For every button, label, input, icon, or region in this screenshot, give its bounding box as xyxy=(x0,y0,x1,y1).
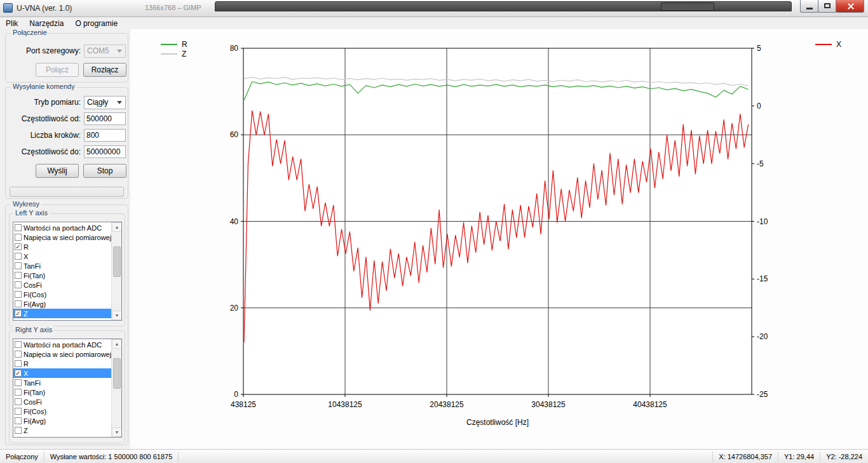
status-connection: Połączony xyxy=(0,452,44,462)
checkbox-unchecked[interactable] xyxy=(15,300,22,307)
freq-from-input[interactable] xyxy=(84,112,126,125)
serial-port-select[interactable]: COM5 xyxy=(84,44,126,58)
stop-button[interactable]: Stop xyxy=(83,164,126,178)
scrollbar[interactable]: ▲ ▼ xyxy=(111,222,121,320)
caption-buttons xyxy=(801,0,864,13)
scrollbar[interactable]: ▲ ▼ xyxy=(111,339,121,437)
legend-label: R xyxy=(182,40,187,49)
list-item-r[interactable]: R xyxy=(13,359,111,368)
list-item-cosfi[interactable]: CosFi xyxy=(13,397,111,406)
checkbox-unchecked[interactable] xyxy=(15,253,22,260)
disconnect-button[interactable]: Rozłącz xyxy=(83,63,126,77)
chart-panel[interactable]: 02040608050-5-10-15-20-25438125104381252… xyxy=(130,29,868,449)
steps-input[interactable] xyxy=(84,129,126,142)
menu-narzedzia[interactable]: Narzędzia xyxy=(24,18,69,29)
right-y-axis-list[interactable]: Wartości na portach ADCNapięcia w sieci … xyxy=(13,339,122,438)
list-item-tanfi[interactable]: TanFi xyxy=(13,261,111,271)
legend-label: X xyxy=(836,40,841,49)
list-item-label: TanFi xyxy=(24,262,41,270)
titlebar: U-VNA (ver. 1.0) 1366x768 – GIMP xyxy=(0,0,868,17)
list-item-tanfi[interactable]: TanFi xyxy=(13,378,111,387)
list-item-z[interactable]: Z xyxy=(13,426,111,435)
minimize-button[interactable] xyxy=(800,0,818,13)
menu-o-programie[interactable]: O programie xyxy=(69,18,123,29)
left-y-axis-list[interactable]: Wartości na portach ADCNapięcia w sieci … xyxy=(13,222,122,321)
scroll-thumb[interactable] xyxy=(113,246,121,277)
steps-label: Liczba kroków: xyxy=(6,131,81,140)
list-item-fi-avg-[interactable]: Fi(Avg) xyxy=(13,416,111,426)
scroll-thumb[interactable] xyxy=(113,358,121,389)
chart: 02040608050-5-10-15-20-25438125104381252… xyxy=(130,29,868,449)
connect-button[interactable]: Połącz xyxy=(36,63,79,77)
list-item-napi-cia-w-sieci-pomiarowej[interactable]: Napięcia w sieci pomiarowej xyxy=(13,232,111,242)
list-item-label: X xyxy=(24,370,28,377)
list-item-napi-cia-w-sieci-pomiarowej[interactable]: Napięcia w sieci pomiarowej xyxy=(13,349,111,359)
list-item-x[interactable]: ✓X xyxy=(13,368,111,378)
checkbox-unchecked[interactable] xyxy=(15,379,22,386)
menu-plik[interactable]: Plik xyxy=(0,18,24,29)
checkbox-unchecked[interactable] xyxy=(15,408,22,415)
list-item-fi-avg-[interactable]: Fi(Avg) xyxy=(13,299,111,309)
command-group-title: Wysyłanie komendy xyxy=(11,83,77,90)
minimize-icon xyxy=(806,8,813,10)
serial-port-label: Port szeregowy: xyxy=(6,46,81,55)
chevron-down-icon xyxy=(117,50,122,53)
list-item-warto-ci-na-portach-adc[interactable]: Wartości na portach ADC xyxy=(13,340,111,349)
list-item-label: Wartości na portach ADC xyxy=(24,341,102,349)
list-item-fi-tan-[interactable]: Fi(Tan) xyxy=(13,271,111,280)
list-item-x[interactable]: X xyxy=(13,252,111,261)
maximize-button[interactable] xyxy=(818,0,836,13)
svg-text:0: 0 xyxy=(757,102,761,111)
checkbox-unchecked[interactable] xyxy=(15,262,22,269)
freq-to-input[interactable] xyxy=(84,145,126,158)
checkbox-unchecked[interactable] xyxy=(15,291,22,298)
measure-mode-select[interactable]: Ciągły xyxy=(84,96,126,109)
list-item-label: R xyxy=(24,243,29,251)
freq-to-label: Częstotliwość do: xyxy=(6,147,81,156)
list-item-fi-cos-[interactable]: Fi(Cos) xyxy=(13,406,111,416)
legend-label: Z xyxy=(182,50,186,58)
send-button[interactable]: Wyślij xyxy=(36,164,79,178)
checkbox-checked[interactable]: ✓ xyxy=(15,310,22,317)
svg-text:40438125: 40438125 xyxy=(633,400,667,409)
svg-text:-5: -5 xyxy=(757,159,764,168)
status-cursor-y1: Y1: 29,44 xyxy=(778,452,820,462)
checkbox-unchecked[interactable] xyxy=(15,351,22,358)
list-item-label: Z xyxy=(24,310,28,318)
checkbox-unchecked[interactable] xyxy=(15,398,22,405)
list-item-label: Fi(Cos) xyxy=(24,291,46,299)
legend-line-icon xyxy=(161,44,177,45)
checkbox-unchecked[interactable] xyxy=(15,234,22,241)
checkbox-checked[interactable]: ✓ xyxy=(15,243,22,250)
svg-text:-15: -15 xyxy=(757,274,768,283)
scroll-up-icon[interactable]: ▲ xyxy=(112,222,122,232)
checkbox-unchecked[interactable] xyxy=(15,417,22,424)
checkbox-unchecked[interactable] xyxy=(15,360,22,367)
background-window-title: 1366x768 – GIMP xyxy=(145,4,201,11)
list-item-fi-tan-[interactable]: Fi(Tan) xyxy=(13,387,111,397)
scroll-down-icon[interactable]: ▼ xyxy=(112,311,122,320)
right-y-axis-group: Right Y axis Wartości na portach ADCNapi… xyxy=(9,330,125,443)
list-item-z[interactable]: ✓Z xyxy=(13,309,111,318)
scroll-down-icon[interactable]: ▼ xyxy=(112,427,122,437)
checkbox-unchecked[interactable] xyxy=(15,389,22,396)
svg-text:80: 80 xyxy=(230,44,239,53)
list-item-fi-cos-[interactable]: Fi(Cos) xyxy=(13,290,111,299)
legend-item-R: R xyxy=(161,41,187,48)
scroll-up-icon[interactable]: ▲ xyxy=(112,339,122,349)
list-item-r[interactable]: ✓R xyxy=(13,242,111,252)
list-item-label: Fi(Tan) xyxy=(24,272,45,279)
checkbox-unchecked[interactable] xyxy=(15,281,22,288)
checkbox-unchecked[interactable] xyxy=(15,272,22,279)
list-item-cosfi[interactable]: CosFi xyxy=(13,280,111,290)
legend-line-icon xyxy=(815,44,832,45)
list-item-label: Fi(Cos) xyxy=(24,408,46,415)
statusbar: Połączony Wysłane wartości: 1 500000 800… xyxy=(0,449,868,463)
checkbox-unchecked[interactable] xyxy=(15,427,22,434)
close-button[interactable] xyxy=(836,0,864,13)
legend-item-X: X xyxy=(815,41,841,48)
checkbox-unchecked[interactable] xyxy=(15,341,22,348)
checkbox-unchecked[interactable] xyxy=(15,224,22,231)
checkbox-checked[interactable]: ✓ xyxy=(15,370,22,377)
list-item-warto-ci-na-portach-adc[interactable]: Wartości na portach ADC xyxy=(13,223,111,232)
